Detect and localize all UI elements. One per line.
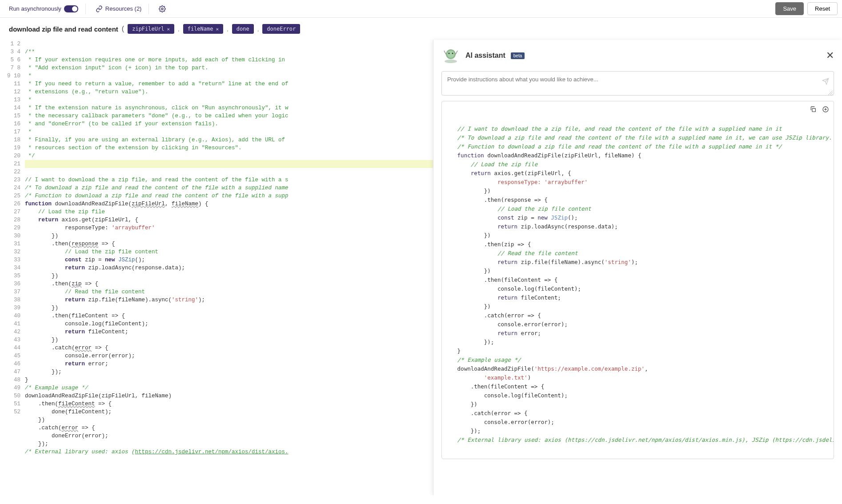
beta-badge: beta (511, 52, 525, 59)
add-icon[interactable] (822, 106, 829, 116)
line-gutter: 1 2 3 4 5 6 7 8 9 10 11 12 13 14 15 16 1… (0, 40, 25, 495)
resize-handle-icon[interactable] (828, 90, 833, 94)
resources-label: Resources (2) (105, 5, 142, 12)
send-icon[interactable] (822, 78, 829, 86)
svg-line-7 (456, 51, 457, 54)
run-async-label: Run asynchronously (9, 5, 61, 12)
run-async-toggle[interactable]: Run asynchronously (4, 4, 86, 14)
paren-open: ( (122, 25, 124, 33)
svg-point-1 (445, 60, 457, 63)
svg-point-0 (161, 8, 163, 10)
svg-point-5 (452, 53, 453, 54)
reset-button[interactable]: Reset (807, 2, 838, 15)
prompt-input[interactable] (447, 76, 818, 89)
result-code: // I want to download the a zip file, an… (441, 101, 834, 459)
ai-assistant-panel: AI assistant beta ✕ // I want to downloa… (433, 40, 842, 495)
resources-button[interactable]: Resources (2) (91, 4, 149, 14)
close-panel-button[interactable]: ✕ (826, 50, 834, 61)
svg-line-6 (444, 51, 446, 54)
toolbar: Run asynchronously Resources (2) Save Re… (0, 0, 842, 18)
param-chip[interactable]: fileName✕ (183, 24, 223, 34)
assistant-avatar-icon (441, 46, 460, 65)
link-icon (96, 5, 103, 12)
function-header: download zip file and read content ( zip… (0, 18, 842, 40)
param-chip[interactable]: zipFileUrl✕ (128, 24, 174, 34)
svg-point-4 (449, 53, 450, 54)
close-icon[interactable]: ✕ (216, 26, 219, 32)
close-icon[interactable]: ✕ (167, 26, 170, 32)
panel-title: AI assistant (465, 52, 505, 60)
copy-icon[interactable] (810, 106, 817, 116)
param-chip[interactable]: doneError (262, 24, 300, 34)
settings-button[interactable] (154, 4, 170, 14)
prompt-input-box (441, 71, 834, 96)
svg-rect-8 (812, 108, 815, 112)
svg-point-3 (447, 51, 454, 58)
save-button[interactable]: Save (775, 2, 804, 15)
param-chip[interactable]: done (232, 24, 254, 34)
toggle-switch-icon[interactable] (64, 5, 78, 12)
function-title: download zip file and read content (9, 25, 118, 33)
gear-icon (159, 5, 166, 12)
